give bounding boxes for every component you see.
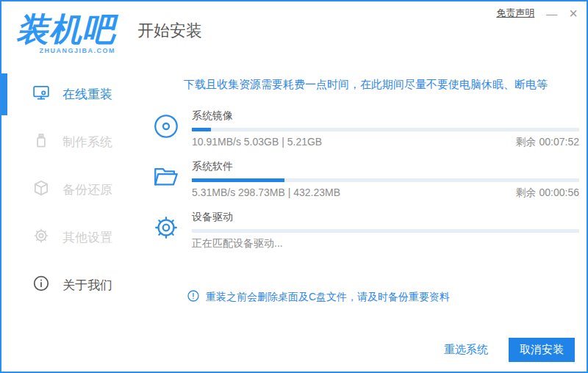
- progress-fill: [192, 128, 211, 131]
- info-icon: [32, 275, 50, 296]
- close-icon[interactable]: ×: [569, 6, 578, 21]
- sidebar-item-label: 在线重装: [62, 86, 112, 103]
- monitor-icon: [32, 84, 50, 105]
- gear-icon: [32, 227, 50, 248]
- alert-circle-icon: [187, 290, 199, 304]
- download-warning-text: 下载且收集资源需要耗费一点时间，在此期间尽量不要使电脑休眠、断电等: [152, 78, 579, 92]
- sidebar-item-about-us[interactable]: 关于我们: [1, 261, 141, 309]
- open-folder-icon: [152, 163, 180, 191]
- sidebar: 在线重装 制作系统 备份还原 其他设置 关于我们: [1, 66, 141, 372]
- sidebar-item-label: 备份还原: [62, 181, 112, 198]
- gear-icon: [152, 214, 180, 242]
- sidebar-item-backup-restore[interactable]: 备份还原: [1, 166, 141, 214]
- progress-bar: [192, 178, 579, 182]
- sidebar-item-other-settings[interactable]: 其他设置: [1, 214, 141, 261]
- footer-actions: 重选系统 取消安装: [440, 338, 575, 362]
- backup-box-icon: [32, 179, 50, 200]
- installer-window: 装机吧 ZHUANGJIBA.COM 开始安装 免责声明 — × 在线重装 制作…: [0, 0, 588, 373]
- disc-icon: [152, 112, 180, 140]
- header: 装机吧 ZHUANGJIBA.COM 开始安装 免责声明 — ×: [1, 1, 587, 66]
- window-controls: 免责声明 — ×: [496, 6, 578, 21]
- task-remaining: 剩余 00:07:52: [516, 136, 579, 149]
- app-logo-subtitle: ZHUANGJIBA.COM: [16, 48, 115, 54]
- task-title: 系统软件: [192, 160, 579, 173]
- task-row-system-software: 系统软件 5.31MB/s 298.73MB | 432.23MB 剩余 00:…: [152, 160, 579, 200]
- task-row-device-driver: 设备驱动 正在匹配设备驱动...: [152, 211, 579, 250]
- backup-reminder-text: 重装之前会删除桌面及C盘文件，请及时备份重要资料: [206, 291, 450, 304]
- page-title: 开始安装: [137, 20, 202, 42]
- progress-bar: [192, 229, 579, 233]
- cancel-install-button[interactable]: 取消安装: [509, 338, 575, 362]
- task-title: 设备驱动: [192, 211, 579, 224]
- reselect-system-button[interactable]: 重选系统: [440, 342, 492, 358]
- sidebar-item-label: 其他设置: [62, 229, 112, 246]
- disclaimer-link[interactable]: 免责声明: [496, 7, 534, 20]
- task-list: 系统镜像 10.91MB/s 5.03GB | 5.21GB 剩余 00:07:…: [152, 109, 579, 250]
- progress-bar: [192, 128, 579, 131]
- app-logo-title: 装机吧: [16, 13, 115, 46]
- backup-reminder: 重装之前会删除桌面及C盘文件，请及时备份重要资料: [187, 290, 579, 304]
- task-status: 正在匹配设备驱动...: [192, 237, 283, 250]
- task-stats: 10.91MB/s 5.03GB | 5.21GB: [192, 136, 322, 149]
- sidebar-item-label: 关于我们: [62, 277, 112, 294]
- minimize-icon[interactable]: —: [546, 8, 557, 19]
- task-row-system-image: 系统镜像 10.91MB/s 5.03GB | 5.21GB 剩余 00:07:…: [152, 109, 579, 149]
- task-title: 系统镜像: [192, 109, 579, 123]
- sidebar-item-online-reinstall[interactable]: 在线重装: [1, 70, 141, 118]
- task-remaining: 剩余 00:00:56: [516, 186, 579, 200]
- main-content: 下载且收集资源需要耗费一点时间，在此期间尽量不要使电脑休眠、断电等 系统镜像 1…: [141, 66, 587, 372]
- app-logo: 装机吧 ZHUANGJIBA.COM: [16, 13, 115, 54]
- window-body: 在线重装 制作系统 备份还原 其他设置 关于我们 下载且收集资源需要耗费一点时间…: [1, 66, 587, 372]
- sidebar-item-label: 制作系统: [62, 134, 112, 151]
- progress-fill: [192, 178, 284, 182]
- task-stats: 5.31MB/s 298.73MB | 432.23MB: [192, 186, 340, 200]
- usb-icon: [32, 131, 50, 153]
- sidebar-item-make-system[interactable]: 制作系统: [1, 118, 141, 166]
